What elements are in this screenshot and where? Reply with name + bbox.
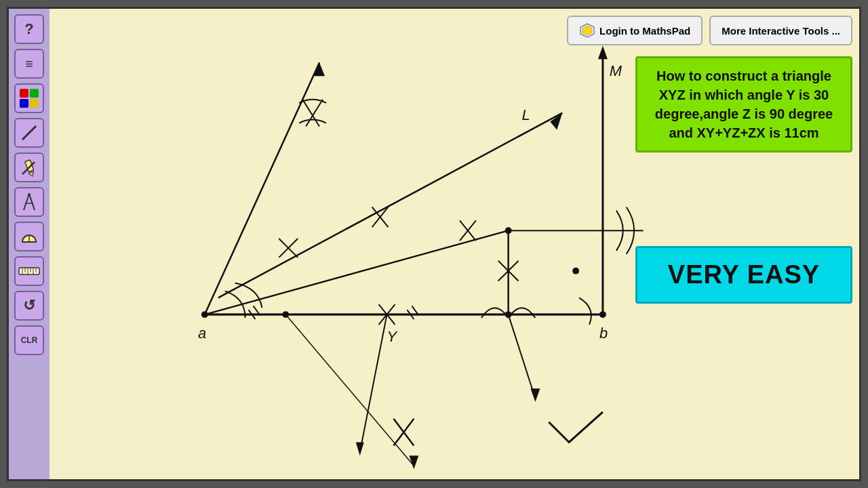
line-icon [20,123,39,142]
main-area: Login to MathsPad More Interactive Tools… [50,9,859,479]
topbar: Login to MathsPad More Interactive Tools… [567,16,852,45]
ruler-button[interactable] [14,256,44,286]
undo-icon: ↺ [23,297,35,314]
login-label: Login to MathsPad [599,25,690,37]
svg-text:M: M [610,62,623,79]
protractor-icon [20,227,39,246]
svg-line-51 [360,314,387,452]
svg-marker-52 [356,442,364,455]
compass-icon [20,192,39,211]
svg-line-35 [302,100,319,127]
mathspad-icon [579,22,595,39]
question-icon: ? [24,20,33,38]
more-tools-label: More Interactive Tools ... [722,25,840,37]
svg-point-7 [28,193,31,196]
svg-text:Y: Y [387,328,398,345]
svg-point-50 [572,268,579,274]
menu-button[interactable]: ≡ [14,49,44,79]
svg-point-47 [201,311,208,318]
info-box: How to construct a triangle XYZ in which… [635,56,852,152]
very-easy-text: VERY EASY [668,260,820,289]
svg-text:L: L [522,106,530,123]
sidebar: ? ≡ [9,9,50,479]
info-text: How to construct a triangle XYZ in which… [648,66,840,142]
svg-line-53 [509,314,536,399]
svg-line-30 [205,62,319,314]
svg-marker-54 [530,388,540,402]
svg-marker-2 [28,171,35,177]
undo-button[interactable]: ↺ [14,291,44,321]
svg-line-26 [205,230,509,314]
svg-marker-18 [583,26,592,35]
clear-button[interactable]: CLR [14,325,44,355]
menu-icon: ≡ [25,56,33,72]
app-container: ? ≡ [7,7,861,481]
pencil-button[interactable] [14,152,44,182]
login-button[interactable]: Login to MathsPad [567,16,703,45]
svg-point-49 [505,227,512,234]
svg-line-36 [306,100,323,127]
svg-point-48 [599,311,606,318]
svg-line-0 [22,126,36,140]
svg-text:a: a [198,325,206,342]
svg-text:b: b [599,325,608,342]
color-button[interactable] [14,83,44,113]
very-easy-box: VERY EASY [635,246,852,304]
svg-marker-24 [598,46,608,60]
svg-line-5 [29,194,35,210]
protractor-button[interactable] [14,222,44,251]
line-button[interactable] [14,118,44,148]
ruler-icon [18,264,40,278]
svg-line-27 [218,113,562,298]
color-grid-icon [20,89,39,108]
help-button[interactable]: ? [14,14,44,44]
pencil-icon [20,158,39,177]
more-tools-button[interactable]: More Interactive Tools ... [709,16,852,45]
svg-line-4 [24,194,29,210]
clear-icon: CLR [21,336,38,345]
compass-button[interactable] [14,187,44,217]
